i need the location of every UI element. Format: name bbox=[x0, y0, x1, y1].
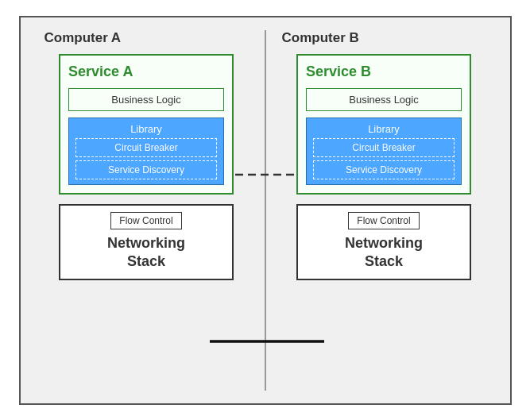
computer-a-label: Computer A bbox=[37, 30, 122, 46]
service-b-library-label: Library bbox=[313, 123, 455, 135]
service-b-box: Service B Business Logic Library Circuit… bbox=[296, 54, 471, 195]
networking-a-box: Flow Control NetworkingStack bbox=[59, 204, 234, 281]
service-a-service-discovery: Service Discovery bbox=[75, 160, 217, 179]
flow-control-b-label: Flow Control bbox=[348, 212, 419, 229]
vertical-divider bbox=[265, 30, 266, 391]
service-b-service-discovery: Service Discovery bbox=[313, 160, 455, 179]
computer-b-inner: Service B Business Logic Library Circuit… bbox=[274, 54, 494, 391]
service-b-business-logic: Business Logic bbox=[306, 88, 462, 111]
diagram-container: Computer A Service A Business Logic Libr… bbox=[19, 16, 512, 405]
computer-a-block: Computer A Service A Business Logic Libr… bbox=[37, 30, 257, 391]
networking-b-title: NetworkingStack bbox=[345, 234, 423, 272]
service-a-title: Service A bbox=[68, 64, 224, 80]
networking-a-title: NetworkingStack bbox=[107, 234, 185, 272]
service-a-circuit-breaker: Circuit Breaker bbox=[75, 138, 217, 157]
service-a-box: Service A Business Logic Library Circuit… bbox=[59, 54, 234, 195]
service-b-circuit-breaker: Circuit Breaker bbox=[313, 138, 455, 157]
service-a-library-label: Library bbox=[75, 123, 217, 135]
service-b-title: Service B bbox=[306, 64, 462, 80]
service-a-business-logic: Business Logic bbox=[68, 88, 224, 111]
computer-b-label: Computer B bbox=[274, 30, 359, 46]
computer-a-inner: Service A Business Logic Library Circuit… bbox=[37, 54, 257, 391]
computer-b-block: Computer B Service B Business Logic Libr… bbox=[274, 30, 494, 391]
flow-control-a-label: Flow Control bbox=[110, 212, 181, 229]
service-a-library-stack: Library Circuit Breaker Service Discover… bbox=[68, 118, 224, 185]
networking-b-box: Flow Control NetworkingStack bbox=[296, 204, 471, 281]
service-b-library-stack: Library Circuit Breaker Service Discover… bbox=[306, 118, 462, 185]
